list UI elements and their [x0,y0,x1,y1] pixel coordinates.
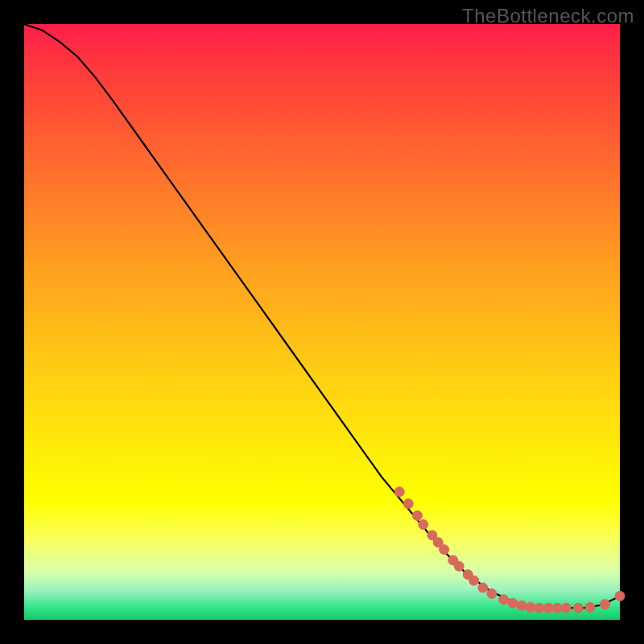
chart-overlay [24,24,620,620]
plot-area [24,24,620,620]
data-point [454,561,464,571]
data-point [419,520,428,530]
data-point [535,603,544,613]
data-points-group [394,487,625,613]
data-point [585,602,595,612]
data-point [499,595,509,605]
data-point [573,603,583,613]
data-point [440,545,449,555]
data-point [561,603,571,613]
data-point [508,598,518,608]
data-point [526,602,535,612]
bottleneck-curve [24,24,620,608]
data-point [615,591,625,601]
data-point [394,487,404,497]
data-point [543,603,553,613]
data-point [478,583,488,592]
chart-container: TheBottleneck.com [0,0,644,644]
data-point [601,600,610,609]
data-point [412,511,422,521]
data-point [403,499,413,509]
data-point [469,576,479,585]
data-point [487,588,497,598]
data-point [517,601,526,610]
data-point [552,603,562,613]
